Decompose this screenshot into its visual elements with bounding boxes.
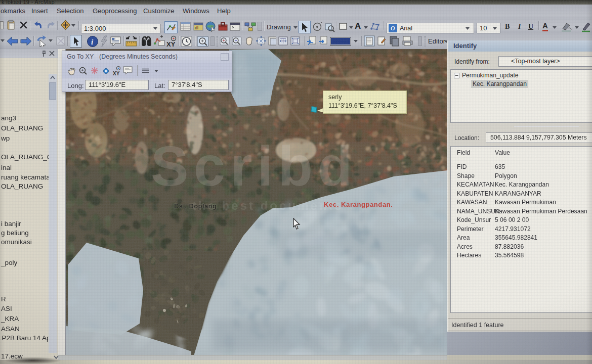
svg-text:dl: dl [195, 25, 198, 30]
svg-text:Scribd: Scribd [151, 134, 358, 198]
svg-text:XY: XY [113, 71, 120, 76]
svg-text:O: O [391, 25, 395, 32]
